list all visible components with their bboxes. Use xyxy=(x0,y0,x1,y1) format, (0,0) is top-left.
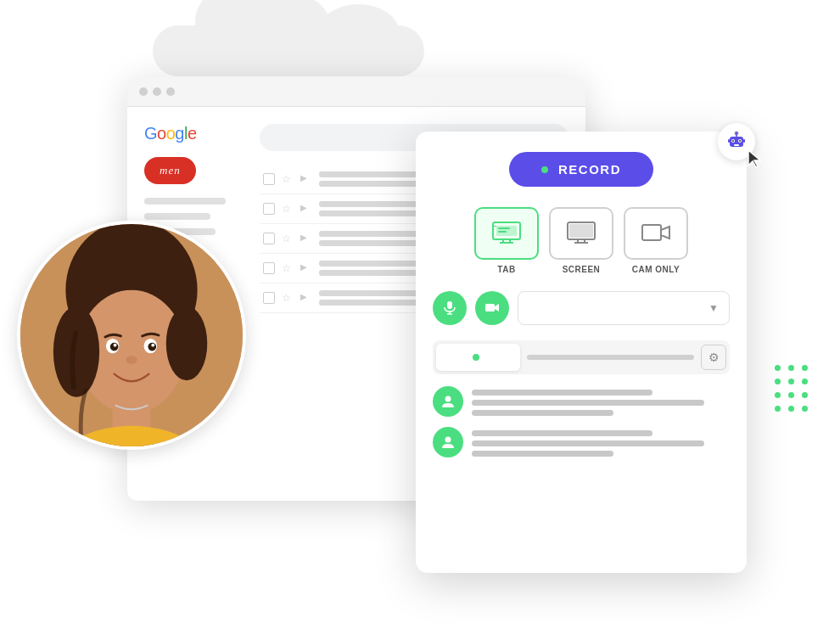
svg-point-45 xyxy=(126,356,137,364)
tab-item-active[interactable] xyxy=(436,344,520,371)
user-icon xyxy=(440,435,456,450)
camera-toggle-button[interactable] xyxy=(475,291,509,325)
user-avatar xyxy=(433,427,463,457)
mode-icon-box-screen[interactable] xyxy=(549,207,613,260)
mode-icon-box-tab[interactable] xyxy=(474,207,539,260)
decoration-dot xyxy=(788,392,794,398)
decoration-dot xyxy=(775,365,781,371)
user-rows xyxy=(433,386,730,457)
tab-line xyxy=(527,355,694,360)
mode-label-cam-only: CAM ONLY xyxy=(632,265,680,274)
user-content xyxy=(472,427,730,457)
svg-rect-8 xyxy=(728,139,730,143)
cloud-decoration xyxy=(153,0,424,76)
mascot-button[interactable] xyxy=(718,123,755,160)
arrow-icon: ▶ xyxy=(300,203,312,215)
tab-bar: ⚙ xyxy=(433,340,730,374)
compose-button[interactable]: men xyxy=(144,157,196,184)
audio-row: ▼ xyxy=(433,291,730,325)
microphone-icon xyxy=(442,300,457,316)
camera-icon xyxy=(484,300,500,316)
svg-point-36 xyxy=(166,306,208,380)
arrow-icon: ▶ xyxy=(300,292,312,304)
star-icon[interactable]: ☆ xyxy=(282,292,294,304)
person-photo xyxy=(17,221,246,450)
browser-dot-green xyxy=(166,87,175,96)
cam-only-icon xyxy=(641,221,671,246)
arrow-icon: ▶ xyxy=(300,233,312,244)
decoration-dot xyxy=(788,379,794,384)
decoration-dot xyxy=(788,365,794,371)
star-icon[interactable]: ☆ xyxy=(282,173,294,185)
svg-rect-17 xyxy=(498,231,507,233)
decoration-dot xyxy=(802,379,808,384)
user-content xyxy=(472,386,730,416)
robot-icon xyxy=(725,130,748,154)
email-checkbox[interactable] xyxy=(263,233,275,244)
decoration-dot xyxy=(775,392,781,398)
user-row xyxy=(433,427,730,457)
browser-dot-yellow xyxy=(153,87,161,96)
mode-options: TAB SCREEN xyxy=(433,207,730,274)
email-checkbox[interactable] xyxy=(263,262,275,274)
star-icon[interactable]: ☆ xyxy=(282,233,294,244)
svg-rect-28 xyxy=(485,304,495,311)
person-placeholder xyxy=(20,224,243,446)
svg-marker-29 xyxy=(495,304,499,311)
screen-icon xyxy=(566,221,596,246)
svg-rect-5 xyxy=(734,144,739,146)
record-button-label: RECORD xyxy=(558,162,621,177)
user-icon xyxy=(440,394,456,409)
email-checkbox[interactable] xyxy=(263,173,275,185)
svg-rect-25 xyxy=(447,301,452,309)
svg-rect-12 xyxy=(493,226,496,227)
decoration-dot xyxy=(802,365,808,371)
dots-decoration xyxy=(775,365,810,414)
mode-label-tab: TAB xyxy=(497,265,515,274)
star-icon[interactable]: ☆ xyxy=(282,262,294,274)
decoration-dot xyxy=(775,379,781,384)
mode-option-cam-only[interactable]: CAM ONLY xyxy=(624,207,688,274)
mode-option-screen[interactable]: SCREEN xyxy=(549,207,613,274)
browser-dot-red xyxy=(139,87,148,96)
user-line xyxy=(472,390,652,396)
microphone-button[interactable] xyxy=(433,291,467,325)
email-checkbox[interactable] xyxy=(263,203,275,215)
user-line xyxy=(472,400,704,406)
scene: Google men ☆ ▶ xyxy=(0,0,840,634)
mode-label-screen: SCREEN xyxy=(563,265,601,274)
record-button[interactable]: RECORD xyxy=(509,152,653,187)
browser-titlebar xyxy=(127,76,585,107)
google-logo: Google xyxy=(144,124,246,143)
sidebar-line xyxy=(144,213,210,220)
decoration-dot xyxy=(775,406,781,412)
svg-rect-16 xyxy=(498,227,510,229)
user-row xyxy=(433,386,730,417)
tab-icon xyxy=(491,221,522,246)
person-face xyxy=(20,221,243,450)
svg-rect-23 xyxy=(642,225,661,240)
svg-point-4 xyxy=(739,140,741,142)
tab-active-dot xyxy=(473,354,479,361)
arrow-icon: ▶ xyxy=(300,173,312,185)
svg-point-7 xyxy=(735,132,738,135)
decoration-dot xyxy=(802,392,808,398)
sidebar-line xyxy=(144,198,226,205)
svg-marker-24 xyxy=(661,227,669,238)
mode-icon-box-cam-only[interactable] xyxy=(624,207,688,260)
svg-point-3 xyxy=(732,140,734,142)
email-checkbox[interactable] xyxy=(263,292,275,304)
chevron-down-icon: ▼ xyxy=(708,302,719,314)
decoration-dot xyxy=(802,406,808,412)
svg-point-31 xyxy=(445,437,451,443)
settings-button[interactable]: ⚙ xyxy=(701,345,726,370)
svg-rect-19 xyxy=(569,224,593,238)
user-line xyxy=(472,451,613,457)
decoration-dot xyxy=(788,406,794,412)
svg-point-30 xyxy=(445,396,451,402)
camera-dropdown[interactable]: ▼ xyxy=(518,291,730,325)
user-line xyxy=(472,430,652,436)
star-icon[interactable]: ☆ xyxy=(282,203,294,215)
mode-option-tab[interactable]: TAB xyxy=(474,207,539,274)
svg-point-35 xyxy=(53,306,99,397)
